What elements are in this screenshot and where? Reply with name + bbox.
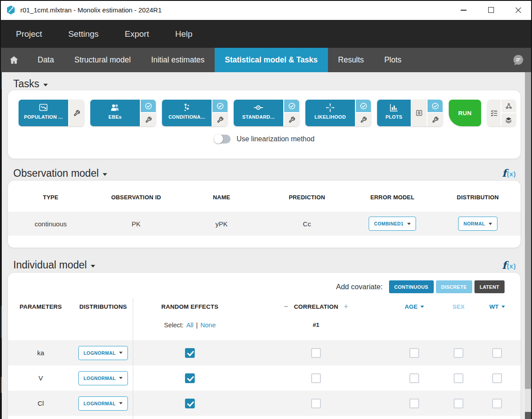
task-label: CONDITIONA... [169, 114, 205, 120]
random-effect-checkbox-v[interactable] [185, 373, 195, 383]
model-network-button[interactable] [501, 100, 516, 113]
observation-model-section-header[interactable]: Observation model [13, 167, 107, 179]
menu-export[interactable]: Export [125, 29, 149, 39]
maximize-button[interactable] [477, 0, 505, 20]
distribution-dropdown[interactable]: NORMAL [458, 217, 497, 231]
distribution-dropdown-ka[interactable]: LOGNORMAL [78, 346, 128, 360]
fx-icon: f [502, 260, 506, 270]
task-selected-checkbox[interactable] [212, 100, 227, 112]
checklist-icon [490, 109, 498, 117]
task-settings-wrench-button[interactable] [428, 113, 443, 126]
chat-bubble-icon [512, 54, 524, 66]
random-effect-checkbox-ka[interactable] [185, 348, 195, 358]
col-correlation: CORRELATION [294, 303, 338, 310]
observation-formula-fx-button[interactable]: f(x) [502, 168, 516, 178]
task-settings-wrench-button[interactable] [212, 113, 227, 126]
obs-type-value: continuous [8, 220, 93, 228]
task-selected-checkbox[interactable] [141, 100, 156, 112]
layers-button[interactable] [501, 113, 516, 126]
random-effect-checkbox-cl[interactable] [185, 399, 195, 408]
wt-covariate-checkbox-cl[interactable] [492, 399, 502, 408]
chevron-down-icon [501, 306, 505, 308]
task-selected-checkbox[interactable] [284, 100, 299, 112]
age-covariate-checkbox-cl[interactable] [409, 399, 419, 408]
remove-correlation-button[interactable]: − [284, 303, 288, 310]
wt-covariate-checkbox-ka[interactable] [492, 348, 502, 358]
task-conditional-distribution-button[interactable]: CONDITIONA... [162, 100, 212, 126]
select-none-link[interactable]: None [200, 322, 216, 329]
linearization-toggle[interactable] [214, 135, 231, 144]
tab-statistical-model-tasks[interactable]: Statistical model & Tasks [215, 48, 328, 72]
minimize-icon [461, 10, 466, 11]
tab-data[interactable]: Data [27, 48, 64, 72]
sex-covariate-checkbox-v[interactable] [454, 373, 463, 383]
task-settings-wrench-button[interactable] [141, 113, 156, 126]
individual-formula-fx-button[interactable]: f(x) [502, 260, 516, 270]
task-label: PLOTS [386, 114, 402, 120]
task-likelihood-button[interactable]: LIKELIHOOD [305, 100, 355, 126]
task-side-column [356, 100, 371, 126]
window-title: r01_1cmt.mlxtran - Monolix estimation - … [20, 6, 162, 14]
col-prediction: PREDICTION [264, 194, 350, 201]
run-button[interactable]: RUN [449, 100, 481, 126]
tasks-section-header[interactable]: Tasks [13, 78, 48, 90]
menu-help[interactable]: Help [175, 29, 193, 39]
tab-plots[interactable]: Plots [374, 48, 412, 72]
scrollbar-thumb[interactable] [525, 72, 532, 389]
distribution-dropdown-v[interactable]: LOGNORMAL [78, 371, 128, 385]
task-plots-button[interactable]: PLOTS [377, 100, 411, 126]
parameter-row-ka: ka LOGNORMAL [8, 340, 520, 365]
check-circle-icon [216, 102, 224, 110]
feedback-chat-button[interactable] [512, 48, 524, 72]
vertical-scrollbar[interactable] [525, 72, 532, 419]
column-divider [133, 298, 133, 419]
task-selected-checkbox[interactable] [428, 100, 443, 112]
task-label: STANDARD... [242, 114, 274, 120]
correlation-checkbox-cl[interactable] [311, 399, 321, 408]
distribution-dropdown-cl[interactable]: LOGNORMAL [78, 396, 128, 411]
col-random-effects: RANDOM EFFECTS [133, 303, 247, 310]
correlation-checkbox-ka[interactable] [311, 348, 321, 358]
task-population-parameters-button[interactable]: POPULATION ... [19, 100, 68, 126]
task-selected-checkbox[interactable] [356, 100, 371, 112]
chevron-down-icon [119, 352, 123, 354]
minimize-button[interactable] [450, 0, 477, 20]
fx-icon: f [502, 168, 506, 178]
parameter-row-cl: Cl LOGNORMAL [8, 391, 520, 416]
tab-structural-model[interactable]: Structural model [64, 48, 141, 72]
individual-table-header: PARAMETERS DISTRIBUTIONS RANDOM EFFECTS … [8, 298, 520, 315]
covariate-wt-dropdown[interactable]: WT [490, 303, 505, 310]
plots-list-button[interactable] [412, 100, 427, 126]
add-continuous-covariate-button[interactable]: CONTINUOUS [389, 280, 434, 293]
task-ebes-button[interactable]: EBEs [90, 100, 140, 126]
menu-settings[interactable]: Settings [68, 29, 99, 39]
task-settings-wrench-button[interactable] [69, 100, 84, 126]
obs-id-value: PK [93, 220, 179, 228]
sex-covariate-checkbox-ka[interactable] [454, 348, 463, 358]
tab-results[interactable]: Results [328, 48, 374, 72]
task-likelihood: LIKELIHOOD [305, 100, 371, 126]
correlation-checkbox-v[interactable] [311, 373, 321, 383]
error-model-dropdown[interactable]: COMBINED1 [369, 217, 416, 231]
chevron-down-icon [407, 223, 411, 225]
menu-project[interactable]: Project [16, 29, 42, 39]
individual-model-section-header[interactable]: Individual model [13, 259, 95, 271]
task-settings-wrench-button[interactable] [356, 113, 371, 126]
home-tab[interactable] [0, 48, 27, 72]
age-covariate-checkbox-v[interactable] [409, 373, 419, 383]
add-correlation-button[interactable]: + [344, 303, 348, 310]
maximize-icon [488, 7, 494, 13]
age-covariate-checkbox-ka[interactable] [409, 348, 419, 358]
add-latent-covariate-button[interactable]: LATENT [474, 280, 505, 293]
sex-covariate-checkbox-cl[interactable] [454, 399, 463, 408]
wt-covariate-checkbox-v[interactable] [492, 373, 502, 383]
close-button[interactable] [505, 0, 532, 20]
scenario-checklist-button[interactable] [487, 100, 501, 126]
task-standard-errors-button[interactable]: STANDARD... [234, 100, 283, 126]
task-settings-wrench-button[interactable] [284, 113, 299, 126]
tab-initial-estimates[interactable]: Initial estimates [141, 48, 215, 72]
add-discrete-covariate-button[interactable]: DISCRETE [436, 280, 472, 293]
select-all-link[interactable]: All [186, 322, 193, 329]
scrollbar-end [525, 412, 532, 419]
covariate-age-dropdown[interactable]: AGE [405, 303, 424, 310]
